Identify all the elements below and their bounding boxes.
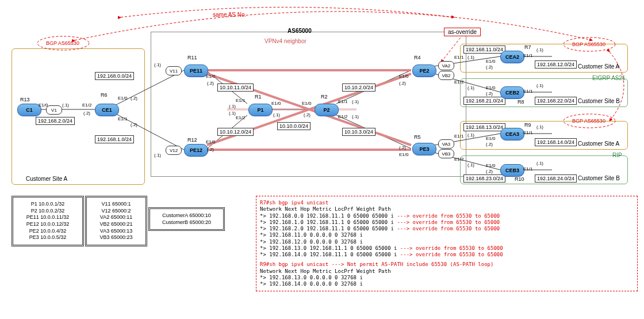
pe2-router: PE2 [412, 64, 436, 77]
r10-lbl: R10 [515, 176, 524, 182]
rip-lbl: RIP [612, 152, 622, 158]
i-ce1-e10: E1/0 [118, 96, 127, 101]
cust-b-r2-lbl: Customer Site B [578, 175, 620, 181]
s23-box: 192.168.23.0/24 [463, 174, 505, 183]
i-pe11-e10: E1/0 [206, 74, 215, 79]
i-ceb3-e10: E1/0 [486, 163, 495, 168]
i-pe2-e10: E1/0 [399, 74, 408, 79]
eigrp-lbl: EIGRP AS21 [592, 75, 626, 81]
pe12-router: PE12 [184, 144, 208, 157]
r5-lbl: R5 [414, 134, 421, 140]
pe11-router: PE11 [184, 64, 208, 77]
vb2-vrf: VB2 [438, 71, 454, 80]
i-ceb2-e10: E1/0 [486, 85, 495, 90]
i-ceb3-e11: E1/1 [523, 166, 532, 172]
i-p2-e11: E1/1 [338, 99, 347, 104]
p2-router: P2 [315, 104, 339, 116]
i-ceb2-p1: (.1) [536, 83, 543, 88]
i-pe12-p2: (.2) [207, 147, 214, 152]
s2-box: 192.168.2.0/24 [36, 117, 75, 125]
s3-10-box: 10.10.3.0/24 [342, 128, 375, 136]
s11-10-box: 10.10.11.0/24 [217, 83, 254, 92]
i-pe2-e11: E1/1 [454, 55, 463, 60]
i-ceb3-p2: (.2) [486, 169, 493, 174]
cust-a-r1-lbl: Customer Site A [578, 63, 619, 70]
i-p1-p1b: (.1) [229, 111, 236, 116]
loopback-box: P1 10.0.0.1/32P2 10.0.0.2/32PE11 10.0.0.… [12, 196, 84, 246]
i-cea3-e10: E1/0 [486, 136, 495, 141]
ce1-router: CE1 [95, 104, 119, 116]
i-cea2-e10: E1/0 [486, 59, 495, 64]
i-pe12-e10: E1/0 [206, 139, 215, 145]
i-pe2-p2: (.2) [399, 81, 406, 86]
v11-vrf: V11 [166, 66, 182, 75]
v12-vrf: V12 [166, 146, 182, 155]
s14-box: 192.168.14.0/24 [535, 138, 577, 146]
i-pe3-p2: (.2) [399, 145, 406, 150]
r4-lbl: R4 [414, 55, 421, 60]
i-cea3-e11: E1/1 [523, 130, 532, 135]
i-pe2-e12: E1/2 [454, 79, 463, 85]
p1-router: P1 [248, 104, 273, 116]
r7-lbl: R7 [524, 44, 531, 50]
cust-b-r1-lbl: Customer Site B [578, 98, 620, 104]
pe3-router: PE3 [412, 143, 436, 155]
s12-box: 192.168.12.0/24 [535, 60, 577, 69]
s24-box: 192.168.24.0/24 [535, 174, 577, 183]
i-p2-p1b: (.1) [352, 114, 359, 119]
as65000-label: AS65000 [288, 28, 312, 34]
i-pe3-p1b: (.1) [467, 162, 474, 168]
r12-lbl: R12 [187, 137, 197, 143]
rd-box: V11 65000:1V12 65000:2VA2 65000:11VB2 65… [85, 196, 147, 246]
i-pe3-e10: E1/0 [399, 152, 408, 157]
ceb2-router: CEB2 [500, 86, 524, 99]
i-ceb3-p1: (.1) [536, 161, 543, 166]
i-cea2-p1: (.1) [536, 47, 543, 52]
s13-box: 192.168.13.0/24 [463, 123, 505, 131]
bgp-r1: BGP AS65530 [572, 41, 605, 47]
r11-lbl: R11 [187, 55, 197, 60]
cea2-router: CEA2 [500, 51, 524, 63]
i-pe12-p1: (.1) [154, 153, 161, 158]
i-ce1-e12: E1/2 [82, 102, 91, 108]
r8-lbl: R8 [518, 99, 524, 105]
i-cea2-p2: (.2) [486, 64, 493, 70]
i-p1-p1c: (.1) [273, 112, 280, 117]
s12-10-box: 10.10.12.0/24 [217, 128, 254, 136]
s2-10-box: 10.10.2.0/24 [342, 83, 375, 92]
s11-box: 192.168.11.0/24 [463, 45, 505, 54]
i-p1-e12: E1/2 [236, 115, 245, 120]
va3-vrf: VA3 [438, 139, 454, 149]
s22-box: 192.168.22.0/24 [535, 97, 577, 105]
s0-10-box: 10.10.0.0/24 [277, 122, 310, 130]
r1-lbl: R1 [255, 94, 262, 100]
i-c1-p1: (.1) [62, 102, 69, 108]
cust-a-r2-lbl: Customer Site A [578, 140, 619, 147]
r2-lbl: R2 [321, 94, 328, 100]
i-p2-p2: (.2) [304, 112, 310, 117]
vpnv4-label: VPNv4 neighbor [264, 38, 306, 44]
i-cea2-e11: E1/1 [523, 53, 532, 58]
as-override-box: as-override [444, 28, 481, 36]
i-pe3-e12: E1/2 [454, 157, 463, 162]
i-ce1-p2a: (.2) [83, 111, 90, 116]
i-p1-e11a: E1/1 [236, 98, 245, 103]
r13-lbl: R13 [20, 97, 30, 102]
i-p1-p1a: (.1) [229, 104, 236, 109]
ceb3-router: CEB3 [500, 164, 524, 177]
s1-box: 192.168.1.0/24 [95, 135, 134, 143]
i-pe2-p1a: (.1) [467, 55, 474, 60]
s0-box: 192.168.0.0/24 [95, 72, 134, 80]
i-pe11-p1: (.1) [154, 62, 161, 67]
i-p2-e12: E1/2 [338, 114, 347, 119]
same-as-lbl: same AS No. [213, 12, 246, 18]
i-ceb2-e11: E1/1 [523, 89, 532, 94]
i-pe3-p1a: (.1) [467, 132, 474, 138]
bgp-l: BGP AS65530 [46, 40, 79, 46]
bgp-r2: BGP AS65530 [572, 118, 605, 124]
s21-box: 192.168.21.0/24 [463, 97, 505, 105]
r6-lbl: R6 [101, 92, 108, 98]
i-pe3-e11: E1/1 [454, 134, 463, 139]
i-ce1-e11: E1/1 [118, 116, 127, 121]
r9-lbl: R9 [524, 122, 531, 128]
